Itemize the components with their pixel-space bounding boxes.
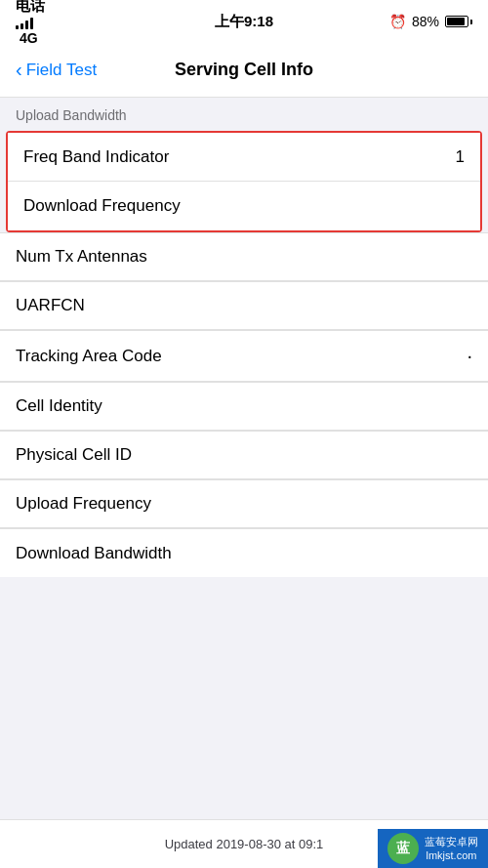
bottom-bar: Updated 2019-08-30 at 09:1 蓝 蓝莓安卓网 lmkjs…	[0, 819, 488, 868]
battery-fill	[447, 18, 465, 25]
freq-band-value: 1	[456, 147, 465, 167]
chevron-left-icon: ‹	[16, 59, 22, 81]
watermark-badge: 蓝 蓝莓安卓网 lmkjst.com	[378, 829, 488, 868]
tracking-area-code-row: Tracking Area Code ·	[0, 330, 488, 382]
bar4	[30, 18, 33, 29]
upload-bandwidth-header: Upload Bandwidth	[0, 98, 488, 131]
cell-identity-label: Cell Identity	[16, 396, 102, 416]
back-label: Field Test	[26, 61, 97, 80]
page-title: Serving Cell Info	[175, 60, 313, 80]
physical-cell-id-row: Physical Cell ID	[0, 431, 488, 479]
battery-percent: 88%	[412, 14, 439, 29]
watermark-line1: 蓝莓安卓网	[425, 835, 478, 848]
update-text: Updated 2019-08-30 at 09:1	[165, 837, 324, 851]
back-button[interactable]: ‹ Field Test	[16, 59, 97, 81]
download-bandwidth-row: Download Bandwidth	[0, 528, 488, 577]
freq-band-label: Freq Band Indicator	[23, 147, 169, 167]
bar1	[16, 25, 19, 29]
uarfcn-row: UARFCN	[0, 281, 488, 330]
watermark-line2: lmkjst.com	[425, 848, 478, 862]
bar3	[25, 21, 28, 29]
physical-cell-id-label: Physical Cell ID	[16, 445, 132, 465]
status-bar-right: ⏰ 88%	[389, 14, 472, 29]
info-list: Num Tx Antennas UARFCN Tracking Area Cod…	[0, 232, 488, 577]
time-label: 上午9:18	[215, 13, 273, 31]
num-tx-antennas-label: Num Tx Antennas	[16, 247, 147, 267]
tracking-area-code-value: ·	[467, 345, 472, 367]
carrier-label: 电话 4G	[16, 0, 49, 46]
upload-frequency-label: Upload Frequency	[16, 494, 151, 514]
freq-band-row: Freq Band Indicator 1	[8, 133, 480, 182]
download-bandwidth-label: Download Bandwidth	[16, 544, 172, 563]
nav-bar: ‹ Field Test Serving Cell Info	[0, 43, 488, 98]
tracking-area-code-label: Tracking Area Code	[16, 347, 162, 366]
download-freq-label: Download Frequency	[23, 196, 181, 216]
bar2	[20, 23, 23, 29]
upload-frequency-row: Upload Frequency	[0, 479, 488, 528]
watermark-logo: 蓝	[387, 833, 419, 864]
carrier-text: 电话	[16, 0, 45, 14]
signal-icon	[16, 16, 49, 29]
network-type: 4G	[20, 30, 38, 46]
logo-icon: 蓝	[396, 840, 410, 857]
upload-bandwidth-label: Upload Bandwidth	[16, 107, 127, 123]
num-tx-antennas-row: Num Tx Antennas	[0, 232, 488, 281]
alarm-icon: ⏰	[389, 14, 406, 29]
battery-icon	[445, 16, 472, 27]
download-freq-row: Download Frequency	[8, 182, 480, 230]
cell-identity-row: Cell Identity	[0, 382, 488, 431]
uarfcn-label: UARFCN	[16, 296, 85, 315]
status-bar: 电话 4G 上午9:18 ⏰ 88%	[0, 0, 488, 43]
signal-bars	[16, 16, 49, 29]
battery-tip	[470, 20, 472, 24]
battery-body	[445, 16, 468, 27]
watermark-text: 蓝莓安卓网 lmkjst.com	[425, 835, 478, 863]
highlighted-group: Freq Band Indicator 1 Download Frequency	[6, 131, 482, 232]
